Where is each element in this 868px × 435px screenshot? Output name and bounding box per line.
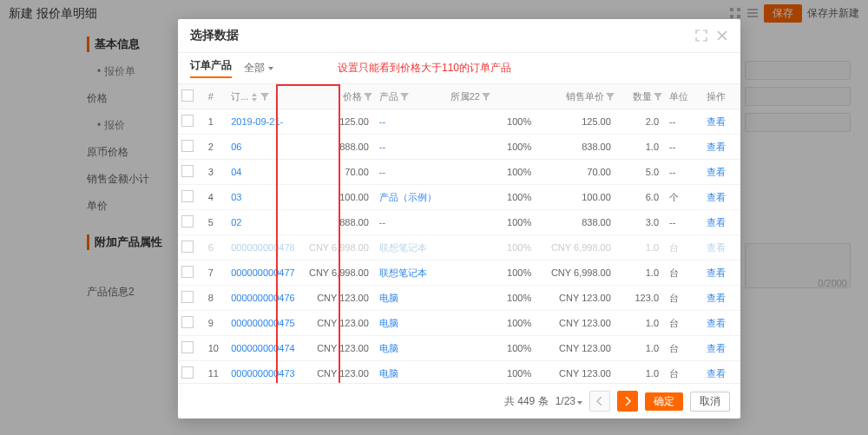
cell-index: 5 — [205, 210, 228, 235]
table-row[interactable]: 7000000000477CNY 6,998.00联想笔记本100%CNY 6,… — [178, 260, 740, 286]
next-page-button[interactable] — [617, 391, 638, 412]
row-checkbox[interactable] — [181, 190, 194, 202]
cell-op[interactable]: 查看 — [703, 210, 740, 235]
cell-price: CNY 123.00 — [304, 286, 376, 311]
cell-order[interactable]: 06 — [227, 135, 304, 160]
cell-attr — [447, 135, 503, 160]
data-table: # 订... 价格 产品 所属22 销售单价 数量 单位 操作 12019-09… — [178, 84, 740, 383]
table-row[interactable]: 10000000000474CNY 123.00电脑100%CNY 123.00… — [178, 336, 740, 361]
cell-product[interactable]: 联想笔记本 — [376, 260, 447, 286]
cell-unit: 个 — [666, 185, 703, 210]
cell-order[interactable]: 03 — [227, 185, 304, 210]
row-checkbox[interactable] — [181, 140, 194, 152]
cell-op[interactable]: 查看 — [703, 260, 740, 286]
cancel-button[interactable]: 取消 — [690, 392, 730, 412]
cell-order[interactable]: 000000000473 — [227, 361, 304, 384]
cell-op[interactable]: 查看 — [703, 361, 740, 384]
red-annotation: 设置只能看到价格大于110的订单产品 — [338, 61, 511, 76]
cell-order[interactable]: 2019-09-21- — [227, 109, 304, 135]
cell-order[interactable]: 04 — [227, 160, 304, 185]
page-indicator[interactable]: 1/23 — [556, 395, 582, 407]
table-row[interactable]: 12019-09-21-125.00--100%125.002.0--查看 — [178, 109, 740, 135]
select-all-checkbox[interactable] — [181, 89, 194, 102]
cell-sale: 838.00 — [546, 210, 618, 235]
cell-unit: 台 — [666, 361, 703, 384]
col-price[interactable]: 价格 — [304, 84, 376, 109]
col-attr[interactable]: 所属22 — [447, 84, 503, 109]
cell-op[interactable]: 查看 — [703, 109, 740, 135]
close-icon[interactable] — [716, 30, 728, 42]
table-row[interactable]: 11000000000473CNY 123.00电脑100%CNY 123.00… — [178, 361, 740, 384]
row-checkbox[interactable] — [181, 241, 194, 253]
modal-title: 选择数据 — [190, 28, 239, 43]
cell-unit: 台 — [666, 235, 703, 260]
cell-order[interactable]: 000000000475 — [227, 311, 304, 336]
cell-unit: -- — [666, 160, 703, 185]
table-row[interactable]: 8000000000476CNY 123.00电脑100%CNY 123.001… — [178, 286, 740, 311]
row-checkbox[interactable] — [181, 291, 194, 303]
cell-product[interactable]: -- — [376, 135, 447, 160]
table-row[interactable]: 206888.00--100%838.001.0--查看 — [178, 135, 740, 160]
cell-attr — [447, 160, 503, 185]
cell-op[interactable]: 查看 — [703, 336, 740, 361]
cell-qty: 3.0 — [618, 210, 666, 235]
cell-sale: CNY 123.00 — [546, 336, 618, 361]
cell-product[interactable]: 产品（示例） — [376, 185, 447, 210]
cell-unit: 台 — [666, 286, 703, 311]
table-row[interactable]: 403100.00产品（示例）100%100.006.0个查看 — [178, 185, 740, 210]
cell-product[interactable]: 电脑 — [376, 286, 447, 311]
cell-product[interactable]: 电脑 — [376, 361, 447, 384]
cell-order[interactable]: 02 — [227, 210, 304, 235]
cell-order[interactable]: 000000000478 — [227, 235, 304, 260]
cell-op[interactable]: 查看 — [703, 185, 740, 210]
cell-product[interactable]: 电脑 — [376, 336, 447, 361]
cell-product[interactable]: 联想笔记本 — [376, 235, 447, 260]
prev-page-button[interactable] — [589, 391, 610, 412]
table-row[interactable]: 30470.00--100%70.005.0--查看 — [178, 160, 740, 185]
cell-product[interactable]: -- — [376, 109, 447, 135]
row-checkbox[interactable] — [181, 341, 194, 353]
table-header-row: # 订... 价格 产品 所属22 销售单价 数量 单位 操作 — [178, 84, 740, 109]
expand-icon[interactable] — [695, 30, 707, 42]
row-checkbox[interactable] — [181, 115, 194, 127]
cell-qty: 6.0 — [618, 185, 666, 210]
tab-order-product[interactable]: 订单产品 — [190, 58, 232, 78]
cell-index: 10 — [205, 336, 228, 361]
row-checkbox[interactable] — [181, 215, 194, 227]
cell-pct: 100% — [503, 109, 546, 135]
cell-op[interactable]: 查看 — [703, 311, 740, 336]
cell-op[interactable]: 查看 — [703, 286, 740, 311]
row-checkbox[interactable] — [181, 366, 194, 379]
confirm-button[interactable]: 确定 — [645, 392, 683, 411]
cell-product[interactable]: 电脑 — [376, 311, 447, 336]
cell-attr — [447, 260, 503, 286]
cell-product[interactable]: -- — [376, 160, 447, 185]
tab-filter-all[interactable]: 全部 — [244, 61, 273, 76]
cell-op[interactable]: 查看 — [703, 160, 740, 185]
cell-qty: 123.0 — [618, 286, 666, 311]
modal-tabs: 订单产品 全部 设置只能看到价格大于110的订单产品 — [178, 53, 740, 84]
row-checkbox[interactable] — [181, 266, 194, 278]
cell-price: CNY 123.00 — [304, 311, 376, 336]
cell-product[interactable]: -- — [376, 210, 447, 235]
cell-attr — [447, 286, 503, 311]
cell-order[interactable]: 000000000474 — [227, 336, 304, 361]
col-qty[interactable]: 数量 — [618, 84, 666, 109]
table-row[interactable]: 6000000000478CNY 6,998.00联想笔记本100%CNY 6,… — [178, 235, 740, 260]
col-product[interactable]: 产品 — [376, 84, 447, 109]
col-order[interactable]: 订... — [227, 84, 304, 109]
col-sale[interactable]: 销售单价 — [546, 84, 618, 109]
cell-price: CNY 6,998.00 — [304, 260, 376, 286]
cell-op[interactable]: 查看 — [703, 135, 740, 160]
cell-unit: 台 — [666, 260, 703, 286]
cell-order[interactable]: 000000000476 — [227, 286, 304, 311]
table-row[interactable]: 9000000000475CNY 123.00电脑100%CNY 123.001… — [178, 311, 740, 336]
cell-order[interactable]: 000000000477 — [227, 260, 304, 286]
cell-op[interactable]: 查看 — [703, 235, 740, 260]
cell-index: 6 — [205, 235, 228, 260]
table-row[interactable]: 502888.00--100%838.003.0--查看 — [178, 210, 740, 235]
cell-price: CNY 6,998.00 — [304, 235, 376, 260]
row-checkbox[interactable] — [181, 316, 194, 328]
cell-pct: 100% — [503, 135, 546, 160]
row-checkbox[interactable] — [181, 165, 194, 177]
